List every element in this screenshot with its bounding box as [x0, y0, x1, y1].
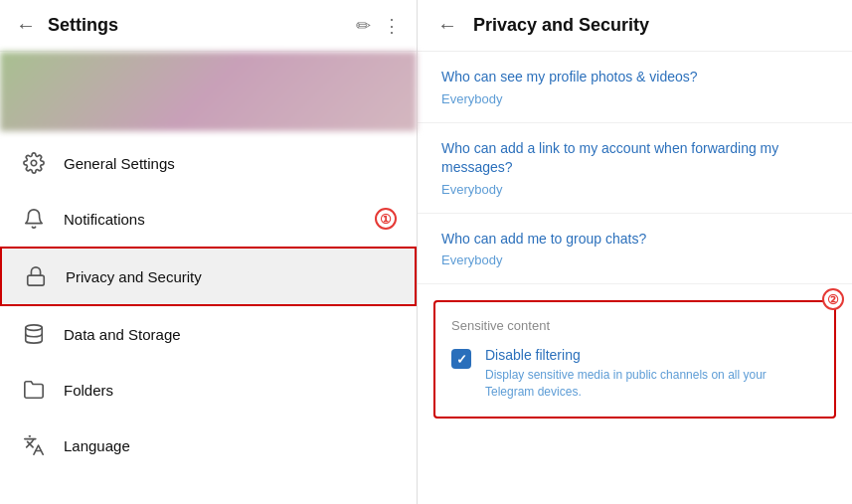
- language-label: Language: [64, 437, 130, 454]
- privacy-answer-groups: Everybody: [441, 252, 828, 267]
- privacy-question-photos: Who can see my profile photos & videos?: [441, 68, 828, 87]
- privacy-item-groups[interactable]: Who can add me to group chats? Everybody: [418, 214, 852, 285]
- data-storage-label: Data and Storage: [64, 326, 181, 343]
- privacy-answer-forwarding: Everybody: [441, 182, 828, 197]
- general-settings-label: General Settings: [64, 155, 175, 172]
- sensitive-content-section: ② Sensitive content Disable filtering Di…: [433, 300, 836, 419]
- option-desc: Display sensitive media in public channe…: [485, 367, 818, 401]
- sidebar-item-folders[interactable]: Folders: [0, 362, 417, 418]
- sidebar-item-data[interactable]: Data and Storage: [0, 306, 417, 362]
- back-button[interactable]: ←: [16, 14, 36, 37]
- privacy-label: Privacy and Security: [66, 268, 202, 285]
- right-header: ← Privacy and Security: [418, 0, 852, 52]
- sensitive-title: Sensitive content: [451, 318, 818, 333]
- folders-label: Folders: [64, 382, 113, 399]
- sidebar-item-language[interactable]: Language: [0, 418, 417, 473]
- sensitive-text: Disable filtering Display sensitive medi…: [485, 347, 818, 401]
- sidebar-item-general[interactable]: General Settings: [0, 135, 417, 191]
- nav-list: General Settings Notifications ① Privacy…: [0, 131, 417, 504]
- option-title: Disable filtering: [485, 347, 818, 363]
- privacy-question-groups: Who can add me to group chats?: [441, 230, 828, 250]
- notifications-label: Notifications: [64, 211, 145, 228]
- left-header: ← Settings ✏ ⋮: [0, 0, 417, 52]
- disable-filtering-checkbox[interactable]: [451, 349, 471, 369]
- notifications-badge: ①: [375, 208, 397, 230]
- right-title: Privacy and Security: [473, 15, 649, 36]
- sidebar-item-privacy[interactable]: Privacy and Security: [0, 247, 417, 306]
- settings-title: Settings: [48, 15, 344, 36]
- more-button[interactable]: ⋮: [383, 15, 401, 37]
- right-content: Who can see my profile photos & videos? …: [418, 52, 852, 504]
- svg-point-0: [31, 160, 37, 166]
- right-panel: ← Privacy and Security Who can see my pr…: [418, 0, 852, 504]
- svg-point-2: [26, 325, 43, 331]
- sensitive-row: Disable filtering Display sensitive medi…: [451, 347, 818, 401]
- edit-button[interactable]: ✏: [356, 15, 371, 37]
- privacy-answer-photos: Everybody: [441, 91, 828, 106]
- profile-banner: [0, 52, 417, 131]
- folder-icon: [20, 376, 48, 404]
- svg-rect-1: [28, 275, 45, 285]
- privacy-item-photos[interactable]: Who can see my profile photos & videos? …: [418, 52, 852, 123]
- right-back-button[interactable]: ←: [437, 14, 457, 37]
- checkbox-checked[interactable]: [451, 349, 471, 369]
- database-icon: [20, 320, 48, 348]
- privacy-item-forwarding[interactable]: Who can add a link to my account when fo…: [418, 123, 852, 214]
- sidebar-item-notifications[interactable]: Notifications ①: [0, 191, 417, 247]
- bell-icon: [20, 205, 48, 233]
- privacy-question-forwarding: Who can add a link to my account when fo…: [441, 139, 828, 178]
- sensitive-badge: ②: [822, 288, 844, 310]
- gear-icon: [20, 149, 48, 177]
- translate-icon: [20, 431, 48, 459]
- left-panel: ← Settings ✏ ⋮ General Settings Notifica…: [0, 0, 418, 504]
- lock-icon: [22, 262, 50, 290]
